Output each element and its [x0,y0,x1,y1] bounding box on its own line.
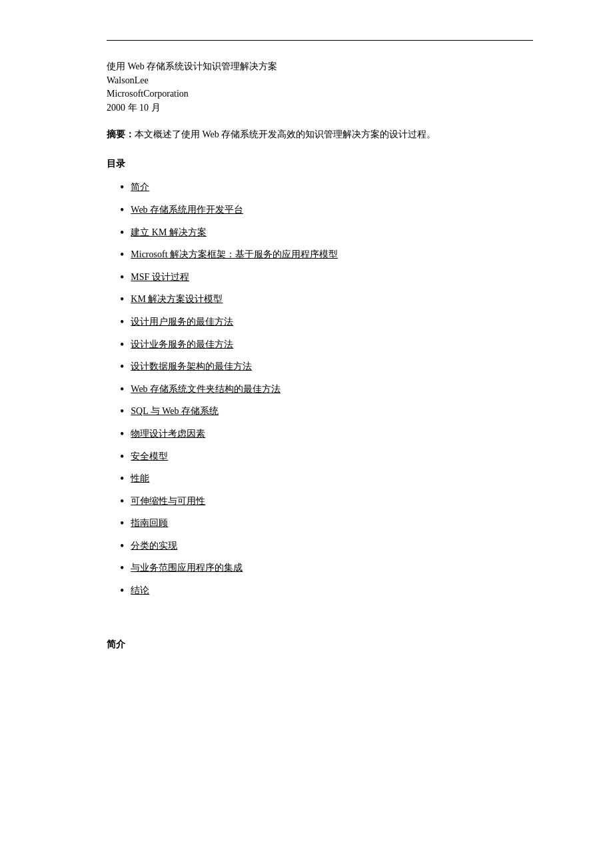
list-item: •Microsoft 解决方案框架：基于服务的应用程序模型 [120,248,533,263]
list-item: •结论 [120,584,533,599]
toc-link-17[interactable]: 与业务范围应用程序的集成 [131,561,243,575]
list-item: •指南回顾 [120,517,533,531]
bullet-icon: • [120,383,124,397]
page-container: 使用 Web 存储系统设计知识管理解决方案 WalsonLee Microsof… [0,0,613,691]
list-item: •设计数据服务架构的最佳方法 [120,360,533,375]
list-item: •设计用户服务的最佳方法 [120,315,533,330]
toc-link-13[interactable]: 性能 [131,472,149,485]
bullet-icon: • [120,203,124,218]
bullet-icon: • [120,293,124,307]
toc-heading: 目录 [107,158,533,170]
list-item: •可伸缩性与可用性 [120,495,533,509]
list-item: •安全模型 [120,450,533,465]
toc-link-18[interactable]: 结论 [131,584,149,597]
toc-link-10[interactable]: SQL 与 Web 存储系统 [131,405,219,418]
doc-org: MicrosoftCorporation [107,89,533,99]
toc-link-6[interactable]: 设计用户服务的最佳方法 [131,315,233,329]
list-item: •简介 [120,181,533,195]
bullet-icon: • [120,338,124,353]
list-item: •Web 存储系统用作开发平台 [120,203,533,218]
toc-link-12[interactable]: 安全模型 [131,450,168,463]
toc-link-16[interactable]: 分类的实现 [131,539,177,553]
top-border [107,40,533,41]
list-item: •设计业务服务的最佳方法 [120,338,533,353]
bullet-icon: • [120,472,124,487]
bullet-icon: • [120,181,124,195]
toc-link-11[interactable]: 物理设计考虑因素 [131,427,205,441]
abstract-label: 摘要： [107,129,135,139]
list-item: •性能 [120,472,533,487]
list-item: •KM 解决方案设计模型 [120,293,533,307]
toc-link-7[interactable]: 设计业务服务的最佳方法 [131,338,233,351]
abstract: 摘要：本文概述了使用 Web 存储系统开发高效的知识管理解决方案的设计过程。 [107,127,533,142]
toc-link-1[interactable]: Web 存储系统用作开发平台 [131,203,243,217]
list-item: •分类的实现 [120,539,533,554]
doc-date: 2000 年 10 月 [107,102,533,114]
bullet-icon: • [120,248,124,263]
toc-link-5[interactable]: KM 解决方案设计模型 [131,293,223,306]
doc-author: WalsonLee [107,75,533,86]
toc-link-2[interactable]: 建立 KM 解决方案 [131,226,207,239]
doc-title: 使用 Web 存储系统设计知识管理解决方案 [107,61,533,73]
bullet-icon: • [120,495,124,509]
section-intro-heading: 简介 [107,639,533,651]
abstract-text: 本文概述了使用 Web 存储系统开发高效的知识管理解决方案的设计过程。 [135,129,436,139]
bullet-icon: • [120,561,124,576]
list-item: •Web 存储系统文件夹结构的最佳方法 [120,383,533,397]
bullet-icon: • [120,226,124,241]
toc-link-9[interactable]: Web 存储系统文件夹结构的最佳方法 [131,383,281,396]
bullet-icon: • [120,539,124,554]
bullet-icon: • [120,450,124,465]
toc-link-14[interactable]: 可伸缩性与可用性 [131,495,205,508]
toc-link-8[interactable]: 设计数据服务架构的最佳方法 [131,360,252,373]
list-item: •与业务范围应用程序的集成 [120,561,533,576]
bullet-icon: • [120,517,124,531]
toc-link-0[interactable]: 简介 [131,181,149,194]
bullet-icon: • [120,405,124,419]
bullet-icon: • [120,427,124,442]
bullet-icon: • [120,271,124,285]
toc-link-3[interactable]: Microsoft 解决方案框架：基于服务的应用程序模型 [131,248,338,261]
bullet-icon: • [120,584,124,599]
bullet-icon: • [120,360,124,375]
list-item: •MSF 设计过程 [120,271,533,285]
toc-link-4[interactable]: MSF 设计过程 [131,271,189,284]
bullet-icon: • [120,315,124,330]
toc-link-15[interactable]: 指南回顾 [131,517,168,530]
toc-list: •简介•Web 存储系统用作开发平台•建立 KM 解决方案•Microsoft … [120,181,533,598]
list-item: •SQL 与 Web 存储系统 [120,405,533,419]
list-item: •物理设计考虑因素 [120,427,533,442]
list-item: •建立 KM 解决方案 [120,226,533,241]
